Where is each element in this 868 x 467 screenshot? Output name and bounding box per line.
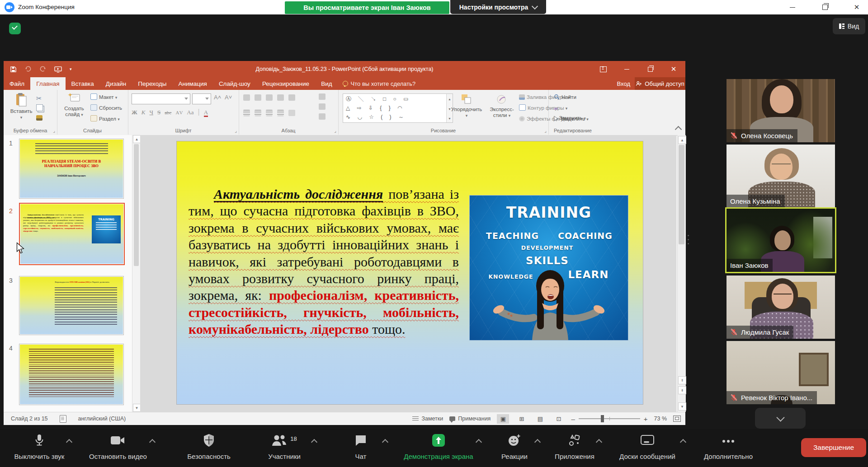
select-button[interactable]: Выделить ▾ (554, 114, 589, 124)
meeting-security-shield-icon[interactable] (9, 23, 21, 34)
customize-qat-button[interactable]: ▾ (70, 67, 72, 71)
grow-font-button[interactable]: A˄ (214, 94, 221, 101)
find-button[interactable]: Найти (554, 93, 576, 102)
zoom-out-button[interactable]: – (571, 415, 575, 423)
thumbnail-scrollbar[interactable]: ▲ ▼ (132, 135, 140, 412)
redo-button[interactable] (39, 66, 47, 73)
tell-me-search[interactable]: Что вы хотите сделать? (338, 77, 420, 90)
normal-view-button[interactable]: ▣ (497, 414, 509, 424)
start-slideshow-button[interactable] (54, 66, 62, 73)
scrollbar-thumb[interactable] (679, 145, 684, 244)
format-painter-icon[interactable] (36, 115, 42, 121)
thumb-scroll-up-button[interactable]: ▲ (133, 135, 141, 143)
copy-icon[interactable] (36, 104, 43, 111)
clipboard-dialog-launcher[interactable]: ⌟ (53, 128, 55, 133)
window-close-button[interactable]: ✕ (847, 0, 866, 14)
more-participants-button[interactable] (755, 408, 806, 429)
shadow-button[interactable]: abc (165, 110, 171, 115)
change-case-button[interactable]: Aa (187, 109, 193, 116)
fit-slide-button[interactable] (673, 416, 681, 422)
bold-button[interactable]: Ж (132, 109, 137, 116)
share-button[interactable]: Общий доступ (635, 77, 685, 90)
ribbon-tab-2[interactable]: Главная (30, 77, 65, 90)
ribbon-tab-4[interactable]: Дизайн (100, 77, 132, 90)
toolbar-share-button[interactable]: Демонстрация экрана (394, 433, 483, 464)
shrink-font-button[interactable]: A˅ (225, 94, 232, 101)
view-options-button[interactable]: Настройки просмотра (450, 0, 546, 14)
save-button[interactable] (10, 66, 17, 73)
cut-icon[interactable]: ✂ (36, 94, 42, 103)
comments-toggle[interactable]: Примечания (449, 416, 491, 422)
ppt-close-button[interactable]: ✕ (662, 61, 685, 77)
ribbon-tab-7[interactable]: Слайд-шоу (213, 77, 256, 90)
toolbar-mic-button[interactable]: Выключить звук (5, 433, 73, 464)
font-color-button[interactable]: А (204, 109, 208, 117)
italic-button[interactable]: К (142, 109, 146, 116)
reading-view-button[interactable]: ▤ (534, 414, 546, 424)
zoom-in-button[interactable]: + (644, 415, 648, 423)
font-dialog-launcher[interactable]: ⌟ (235, 128, 237, 133)
participant-tile-2[interactable]: Олена Кузьміна (726, 145, 835, 208)
slide-sorter-view-button[interactable]: ⊞ (515, 414, 528, 424)
paste-button[interactable]: Вставить▾ (8, 93, 34, 121)
participant-tile-3[interactable]: Іван Заюков (726, 209, 835, 272)
drawing-dialog-launcher[interactable]: ⌟ (544, 128, 547, 133)
zoom-slider-handle[interactable] (601, 415, 604, 422)
zoom-percentage[interactable]: 73 % (654, 416, 667, 422)
list-buttons[interactable] (243, 94, 295, 101)
alignment-buttons[interactable] (243, 110, 295, 116)
participant-tile-5[interactable]: Ревенок Віктор Івано... (726, 341, 835, 404)
ppt-restore-button[interactable] (638, 61, 662, 77)
reset-button[interactable]: Сбросить (90, 103, 122, 112)
next-slide-button[interactable]: ⇟ (678, 386, 686, 394)
slide-thumbnail-2-selected[interactable]: Актуальність дослідження пов’язана із ти… (19, 203, 125, 265)
language-indicator[interactable]: английский (США) (78, 416, 126, 422)
zoom-slider[interactable]: – + (571, 415, 647, 423)
thumb-scroll-down-button[interactable]: ▼ (133, 404, 141, 412)
toolbar-video-button[interactable]: Остановить видео (80, 433, 156, 464)
ribbon-tab-6[interactable]: Анимация (173, 77, 213, 90)
text-direction-buttons[interactable] (319, 93, 326, 120)
leave-meeting-button[interactable]: Завершение (801, 438, 866, 457)
ppt-minimize-button[interactable] (615, 61, 638, 77)
paragraph-dialog-launcher[interactable]: ⌟ (334, 128, 336, 133)
spellcheck-icon[interactable] (60, 415, 66, 423)
slide-body-text[interactable]: Актуальність дослідження пов’язана із ти… (189, 186, 459, 338)
thumb-scroll-thumb[interactable] (134, 144, 139, 266)
panel-divider-handle[interactable] (687, 235, 689, 250)
font-size-combo[interactable] (192, 93, 211, 104)
slide-scrollbar[interactable]: ▲ ⇞ ⇟ ▼ (677, 135, 686, 412)
ribbon-tab-8[interactable]: Рецензирование (256, 77, 315, 90)
shapes-gallery[interactable]: Ⓐ ╲ ↘ □ ○ ▭ △ ⇨ ⇩ { } ◠ ∿ ◡ ☆ ( ) ～ ▲▼▼ (343, 93, 453, 123)
window-minimize-button[interactable] (783, 0, 802, 14)
underline-button[interactable]: Ч (150, 109, 153, 116)
participant-tile-1[interactable]: Олена Косовець (726, 79, 835, 142)
toolbar-chat-button[interactable]: Чат (332, 433, 389, 464)
section-button[interactable]: Раздел ▾ (90, 114, 120, 124)
toolbar-shield-button[interactable]: Безопасность (177, 433, 241, 464)
slideshow-view-button[interactable]: ⊡ (552, 414, 565, 424)
view-layout-button[interactable]: Вид (833, 18, 865, 34)
scroll-down-button[interactable]: ▼ (678, 402, 686, 411)
window-restore-button[interactable] (816, 0, 835, 14)
layout-button[interactable]: Макет ▾ (90, 93, 117, 102)
toolbar-reactions-button[interactable]: Реакции (487, 433, 542, 464)
quick-styles-button[interactable]: Экспресс-стили ▾ (486, 93, 518, 119)
ribbon-tab-5[interactable]: Переходы (132, 77, 172, 90)
undo-button[interactable] (24, 66, 32, 73)
arrange-button[interactable]: Упорядочить▾ (448, 93, 485, 119)
toolbar-board-button[interactable]: Доски сообщений (608, 433, 687, 464)
slide-thumbnail-4[interactable] (19, 344, 124, 405)
signin-link[interactable]: Вход (617, 77, 630, 90)
training-image[interactable]: TRAINING TEACHING COACHING DEVELOPMENT S… (470, 196, 628, 340)
ribbon-display-options-button[interactable] (591, 61, 615, 77)
new-slide-button[interactable]: Создать слайд ▾ (61, 93, 88, 118)
current-slide[interactable]: Актуальність дослідження пов’язана із ти… (176, 141, 643, 405)
toolbar-more-button[interactable]: Дополнительно (692, 433, 765, 464)
toolbar-apps-button[interactable]: Приложения (546, 433, 603, 464)
participant-tile-4[interactable]: Людмила Гусак (726, 276, 835, 339)
ribbon-tab-3[interactable]: Вставка (66, 77, 100, 90)
toolbar-people-button[interactable]: 18Участники (250, 433, 318, 464)
previous-slide-button[interactable]: ⇞ (678, 376, 686, 384)
slide-thumbnail-1[interactable]: РЕАЛІЗАЦІЯ STEAM-ОСВІТИ В НАВЧАЛЬНИЙ ПРО… (19, 139, 124, 199)
